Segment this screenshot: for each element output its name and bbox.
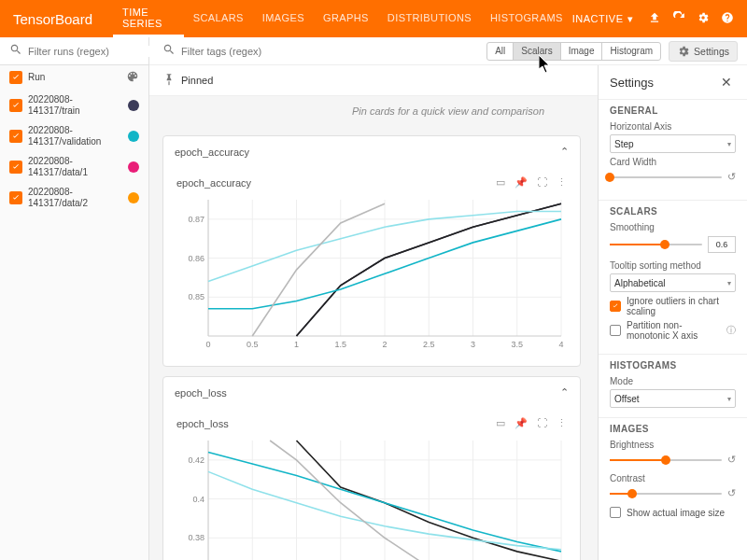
chart[interactable]: 00.511.522.533.540.850.860.87 — [176, 194, 567, 353]
chart[interactable]: 00.511.522.533.540.380.40.42 — [176, 435, 567, 560]
run-row[interactable]: 20220808-141317/train — [0, 90, 148, 120]
card-header[interactable]: epoch_loss ⌃ — [163, 377, 580, 408]
run-label: Run — [28, 72, 120, 83]
run-row[interactable]: 20220808-141317/data/2 — [0, 182, 148, 213]
svg-text:0.86: 0.86 — [188, 254, 204, 263]
cardwidth-label: Card Width — [610, 157, 736, 167]
chevron-up-icon[interactable]: ⌃ — [560, 386, 569, 399]
fullscreen-icon[interactable]: ⛶ — [537, 417, 547, 429]
actualsize-checkbox[interactable] — [610, 507, 621, 518]
run-row[interactable]: 20220808-141317/data/1 — [0, 151, 148, 182]
partition-label: Partition non-monotonic X axis — [627, 320, 721, 341]
contrast-label: Contrast — [610, 473, 736, 483]
card-header[interactable]: epoch_accuracy ⌃ — [163, 136, 580, 167]
more-icon[interactable]: ⋮ — [557, 417, 567, 429]
hist-mode-select[interactable]: Offset — [610, 389, 736, 408]
chart-label: epoch_loss — [176, 418, 229, 429]
run-color-swatch[interactable] — [128, 161, 139, 173]
pin-icon[interactable]: 📌 — [514, 176, 528, 189]
fit-icon[interactable]: ▭ — [496, 176, 505, 189]
svg-text:0.5: 0.5 — [247, 340, 259, 349]
chevron-up-icon[interactable]: ⌃ — [560, 146, 569, 158]
svg-text:3.5: 3.5 — [511, 340, 523, 349]
partition-checkbox[interactable] — [610, 325, 621, 336]
run-color-swatch[interactable] — [128, 131, 139, 142]
card-title: epoch_accuracy — [175, 147, 249, 158]
tab-images[interactable]: IMAGES — [253, 0, 314, 37]
run-row[interactable]: 20220808-141317/validation — [0, 120, 148, 151]
brightness-slider[interactable] — [610, 459, 722, 461]
reload-status[interactable]: INACTIVE ▾ — [572, 13, 633, 25]
reset-icon[interactable]: ↺ — [727, 454, 736, 466]
haxis-label: Horizontal Axis — [610, 121, 736, 132]
contrast-slider[interactable] — [610, 493, 722, 495]
svg-text:0.87: 0.87 — [188, 215, 204, 224]
run-color-swatch[interactable] — [128, 192, 139, 203]
type-filter: AllScalarsImageHistogram — [486, 42, 661, 61]
run-checkbox[interactable] — [9, 71, 22, 84]
haxis-select[interactable]: Step — [610, 134, 736, 153]
help-icon[interactable] — [721, 11, 734, 27]
settings-button-label: Settings — [694, 46, 729, 57]
gear-icon — [677, 45, 690, 58]
smoothing-slider[interactable] — [610, 244, 702, 245]
svg-text:1.5: 1.5 — [334, 340, 346, 349]
run-label: 20220808-141317/data/1 — [28, 156, 122, 177]
run-label: 20220808-141317/validation — [28, 125, 122, 147]
pill-all[interactable]: All — [487, 43, 514, 60]
settings-panel: Settings ✕ GENERAL Horizontal Axis Step … — [598, 65, 747, 560]
reload-status-label: INACTIVE — [572, 13, 624, 24]
run-color-swatch[interactable] — [128, 100, 139, 111]
help-icon[interactable]: ⓘ — [726, 324, 736, 337]
svg-text:0.85: 0.85 — [188, 292, 204, 301]
svg-text:1: 1 — [294, 340, 299, 349]
pill-histogram[interactable]: Histogram — [602, 43, 660, 60]
more-icon[interactable]: ⋮ — [557, 176, 567, 189]
svg-text:2.5: 2.5 — [423, 340, 435, 349]
filter-runs-input[interactable] — [28, 46, 157, 57]
reset-icon[interactable]: ↺ — [727, 487, 736, 499]
fullscreen-icon[interactable]: ⛶ — [537, 176, 547, 189]
tab-scalars[interactable]: SCALARS — [184, 0, 253, 37]
svg-text:0.38: 0.38 — [188, 533, 204, 542]
section-general: GENERAL — [610, 105, 736, 116]
outliers-checkbox[interactable] — [610, 301, 621, 312]
close-icon[interactable]: ✕ — [717, 75, 736, 90]
svg-text:4: 4 — [558, 340, 563, 349]
pin-icon[interactable]: 📌 — [514, 417, 528, 429]
run-checkbox[interactable] — [9, 191, 22, 204]
card: epoch_loss ⌃ epoch_loss ▭ 📌 ⛶ ⋮ 00.511.5… — [162, 376, 581, 560]
cardwidth-slider[interactable] — [610, 176, 722, 178]
run-checkbox[interactable] — [9, 161, 22, 174]
tooltip-label: Tooltip sorting method — [610, 260, 736, 271]
tab-histograms[interactable]: HISTOGRAMS — [481, 0, 572, 37]
refresh-icon[interactable] — [672, 11, 685, 27]
reset-icon[interactable]: ↺ — [727, 171, 736, 183]
pin-icon — [162, 73, 176, 88]
svg-text:2: 2 — [382, 340, 387, 349]
settings-panel-title: Settings — [610, 76, 654, 90]
runs-sidebar: Run 20220808-141317/train 20220808-14131… — [0, 37, 149, 560]
tab-time-series[interactable]: TIME SERIES — [113, 0, 184, 37]
tooltip-select[interactable]: Alphabetical — [610, 273, 736, 292]
tab-graphs[interactable]: GRAPHS — [314, 0, 378, 37]
tab-distributions[interactable]: DISTRIBUTIONS — [378, 0, 481, 37]
upload-icon[interactable] — [648, 11, 661, 27]
palette-icon[interactable] — [126, 70, 139, 85]
svg-text:0.4: 0.4 — [192, 495, 204, 504]
pill-image[interactable]: Image — [561, 43, 603, 60]
run-checkbox[interactable] — [9, 130, 22, 143]
settings-gear-icon[interactable] — [697, 11, 710, 27]
fit-icon[interactable]: ▭ — [496, 417, 505, 429]
run-checkbox[interactable] — [9, 99, 22, 112]
pill-scalars[interactable]: Scalars — [514, 43, 560, 60]
run-label: 20220808-141317/train — [28, 94, 122, 116]
run-label: 20220808-141317/data/2 — [28, 187, 122, 208]
actualsize-label: Show actual image size — [627, 508, 725, 518]
chevron-down-icon: ▾ — [627, 13, 634, 25]
smoothing-value[interactable]: 0.6 — [708, 236, 736, 253]
settings-button[interactable]: Settings — [669, 41, 738, 62]
card: epoch_accuracy ⌃ epoch_accuracy ▭ 📌 ⛶ ⋮ … — [162, 135, 581, 367]
filter-tags-input[interactable] — [181, 46, 479, 57]
run-row[interactable]: Run — [0, 65, 148, 90]
